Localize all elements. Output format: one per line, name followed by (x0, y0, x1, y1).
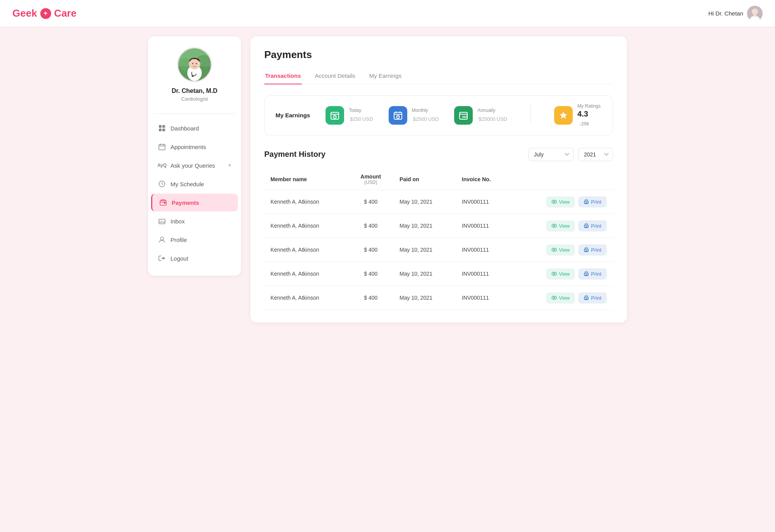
tab-my-earnings[interactable]: My Earnings (369, 69, 402, 84)
svg-rect-13 (159, 125, 162, 128)
tab-account-details[interactable]: Account Details (314, 69, 356, 84)
header-user: Hi Dr. Chetan (708, 6, 763, 21)
print-button[interactable]: Print (578, 268, 607, 280)
earning-annually: 365 Annually $25000USD (454, 103, 507, 127)
sidebar-item-ask-queries[interactable]: AyQ Ask your Queries ▾ (151, 156, 238, 174)
view-button[interactable]: View (546, 196, 575, 208)
sidebar-avatar (177, 47, 212, 82)
print-icon (584, 247, 589, 252)
print-icon (584, 295, 589, 300)
svg-rect-55 (585, 227, 587, 227)
action-buttons: View Print (518, 292, 607, 304)
today-earnings-text: Today $250USD (349, 108, 373, 123)
earnings-summary-label: My Earnings (276, 112, 310, 118)
amount-cell: $ 400 (348, 214, 393, 238)
amount-cell: $ 400 (348, 190, 393, 214)
member-name-cell: Kenneth A. Atkinson (264, 238, 348, 262)
print-icon (584, 223, 589, 228)
month-filter[interactable]: January February March April May June Ju… (528, 148, 574, 161)
clock-icon (158, 180, 166, 188)
svg-point-11 (192, 63, 193, 64)
member-name-cell: Kenneth A. Atkinson (264, 214, 348, 238)
sidebar-item-payments[interactable]: Payments (151, 194, 238, 211)
print-button[interactable]: Print (578, 196, 607, 208)
svg-rect-16 (162, 129, 165, 131)
action-cell: View Print (512, 214, 613, 238)
calendar-icon (158, 143, 166, 151)
svg-point-62 (553, 273, 555, 275)
chevron-down-icon: ▾ (229, 163, 231, 168)
invoice-cell: INV000111 (456, 214, 513, 238)
ratings-text: My Ratings 4.3 ↓256 (577, 103, 602, 127)
earning-items: Today $250USD Monthly $2500USD (326, 103, 602, 127)
sidebar-item-label: My Schedule (170, 181, 204, 187)
ayq-icon: AyQ (158, 161, 166, 169)
invoice-cell: INV000111 (456, 286, 513, 310)
svg-rect-70 (585, 299, 587, 299)
sidebar-item-label: Profile (170, 237, 187, 243)
print-button[interactable]: Print (578, 244, 607, 256)
svg-point-57 (553, 249, 555, 251)
view-button[interactable]: View (546, 292, 575, 304)
sidebar: Dr. Chetan, M.D Cardiologist Dashboard A… (148, 36, 241, 276)
sidebar-item-appointments[interactable]: Appointments (151, 138, 238, 156)
avatar-icon (747, 6, 763, 21)
logo-geek-text: Geek (12, 7, 37, 19)
svg-point-28 (160, 237, 164, 240)
sidebar-item-inbox[interactable]: Inbox (151, 212, 238, 230)
page-title: Payments (264, 49, 613, 61)
print-icon (584, 199, 589, 204)
payment-table: Member name Amount (USD) Paid on Invoice… (264, 169, 613, 310)
view-button[interactable]: View (546, 268, 575, 280)
tab-transactions[interactable]: Transactions (264, 69, 302, 84)
invoice-cell: INV000111 (456, 238, 513, 262)
main-content: Payments Transactions Account Details My… (250, 36, 627, 323)
monthly-icon (389, 106, 407, 125)
action-cell: View Print (512, 286, 613, 310)
monthly-amount: $2500USD (412, 114, 439, 123)
action-buttons: View Print (518, 268, 607, 280)
sidebar-item-profile[interactable]: Profile (151, 231, 238, 249)
action-buttons: View Print (518, 244, 607, 256)
year-filter[interactable]: 2019 2020 2021 2022 (578, 148, 613, 161)
payment-history-header: Payment History January February March A… (264, 148, 613, 161)
col-member: Member name (264, 169, 348, 190)
sidebar-item-label: Ask your Queries (170, 162, 215, 169)
print-button[interactable]: Print (578, 292, 607, 304)
svg-rect-3 (753, 14, 756, 17)
sidebar-nav: Dashboard Appointments AyQ Ask your Quer… (148, 118, 241, 268)
annually-period: Annually (477, 108, 507, 113)
action-cell: View Print (512, 238, 613, 262)
header: Geek + Care Hi Dr. Chetan (0, 0, 775, 27)
amount-cell: $ 400 (348, 262, 393, 286)
svg-rect-14 (162, 125, 165, 128)
sidebar-item-logout[interactable]: Logout (151, 249, 238, 267)
sidebar-item-schedule[interactable]: My Schedule (151, 175, 238, 193)
view-button[interactable]: View (546, 244, 575, 256)
svg-rect-50 (585, 203, 587, 203)
sidebar-item-dashboard[interactable]: Dashboard (151, 119, 238, 137)
earnings-separator (530, 103, 531, 123)
annually-icon: 365 (454, 106, 473, 125)
ratings-icon (554, 106, 573, 125)
svg-point-1 (752, 9, 758, 15)
today-icon (326, 106, 344, 125)
eye-icon (551, 199, 557, 204)
sidebar-item-label: Logout (170, 255, 188, 262)
sidebar-item-label: Payments (172, 199, 199, 206)
view-button[interactable]: View (546, 220, 575, 232)
member-name-cell: Kenneth A. Atkinson (264, 262, 348, 286)
filter-dropdowns: January February March April May June Ju… (528, 148, 613, 161)
svg-line-23 (162, 184, 163, 185)
header-avatar[interactable] (747, 6, 763, 21)
svg-point-47 (553, 201, 555, 203)
table-row: Kenneth A. Atkinson $ 400 May 10, 2021 I… (264, 190, 613, 214)
sidebar-profile: Dr. Chetan, M.D Cardiologist (165, 47, 224, 102)
table-row: Kenneth A. Atkinson $ 400 May 10, 2021 I… (264, 262, 613, 286)
svg-point-52 (553, 225, 555, 227)
svg-point-67 (553, 297, 555, 299)
svg-rect-65 (585, 275, 587, 275)
print-button[interactable]: Print (578, 220, 607, 232)
svg-point-12 (196, 63, 197, 64)
inbox-icon (158, 217, 166, 225)
